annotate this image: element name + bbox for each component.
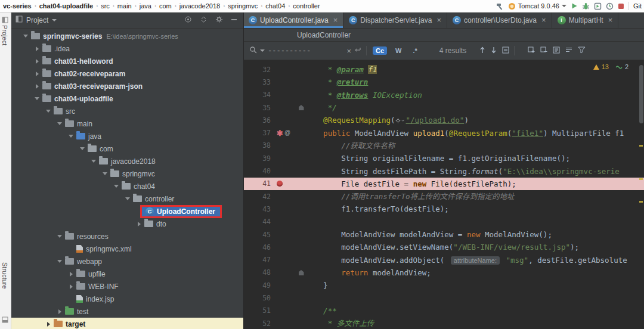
gutter-icon-area[interactable]: ✱@	[275, 129, 297, 137]
chevron-right-icon[interactable]	[34, 72, 40, 76]
line-number[interactable]: 39	[243, 154, 275, 163]
tree-item[interactable]: upfile	[11, 268, 243, 280]
remove-selection-icon[interactable]	[540, 46, 547, 55]
line-number[interactable]: 32	[243, 66, 275, 74]
line-number[interactable]: 38	[243, 141, 275, 150]
titlebar-breadcrumb[interactable]: javacode2018	[178, 2, 222, 10]
chevron-down-icon[interactable]	[102, 172, 108, 175]
chevron-down-icon[interactable]	[79, 147, 85, 150]
breakpoint-icon[interactable]	[277, 181, 283, 187]
stop-button[interactable]	[618, 3, 624, 10]
line-number[interactable]: 40	[243, 167, 275, 175]
code-line[interactable]: 42 //调用transferTo将上传的文件保存到指定的地址	[243, 190, 644, 203]
stripe-structure-label[interactable]: Structure	[1, 262, 8, 289]
code-line[interactable]: 41 File destFile = new File(destFilePath…	[243, 178, 644, 190]
stripe-project-label[interactable]: Project	[1, 25, 8, 45]
tree-item[interactable]: chat01-helloword	[11, 55, 243, 67]
project-tool-icon[interactable]	[2, 15, 8, 26]
search-history-chevron-icon[interactable]	[260, 49, 265, 52]
select-all-occurrences-icon[interactable]	[502, 46, 509, 55]
tree-item[interactable]: springmvc	[11, 167, 243, 180]
chevron-right-icon[interactable]	[136, 222, 142, 226]
close-tab-icon[interactable]: ×	[333, 16, 338, 24]
chevron-down-icon[interactable]	[57, 260, 63, 263]
titlebar-breadcrumb[interactable]: main	[116, 2, 134, 10]
code-line[interactable]: 48 return modelAndView;	[243, 266, 644, 279]
clear-search-icon[interactable]: ×	[346, 46, 351, 55]
chevron-right-icon[interactable]	[34, 84, 40, 89]
line-number[interactable]: 42	[243, 193, 275, 201]
run-configuration-select[interactable]: Tomcat 9.0.46	[508, 2, 566, 10]
search-toggle-[interactable]: .*	[410, 46, 420, 55]
chevron-down-icon[interactable]	[125, 197, 131, 200]
code-editor[interactable]: 32 * @param f133 * @return34 * @throws I…	[243, 60, 644, 329]
chevron-down-icon[interactable]	[91, 160, 97, 163]
chevron-down-icon[interactable]	[52, 19, 57, 21]
locate-file-icon[interactable]	[184, 15, 192, 25]
annotation-gutter-icon[interactable]: @	[284, 130, 290, 136]
titlebar-breadcrumb[interactable]: controller	[291, 2, 321, 10]
debug-button[interactable]	[582, 2, 590, 10]
code-line[interactable]: 33 * @return	[243, 76, 644, 88]
editor-tab[interactable]: CUploadController.java×	[243, 12, 343, 28]
tree-item[interactable]: springmvc-series E:\idea\springmvc-serie…	[11, 30, 243, 42]
titlebar-breadcrumb[interactable]: com	[157, 2, 174, 10]
code-line[interactable]: 45 ModelAndView modelAndView = new Model…	[243, 228, 644, 241]
profiler-button[interactable]	[606, 2, 614, 10]
chevron-right-icon[interactable]	[34, 59, 40, 64]
open-in-find-window-icon[interactable]	[565, 46, 572, 55]
search-toggle-w[interactable]: W	[392, 46, 404, 55]
line-number[interactable]: 50	[243, 294, 275, 302]
code-line[interactable]: 43 f1.transferTo(destFile);	[243, 203, 644, 215]
code-line[interactable]: 51 /**	[243, 305, 644, 317]
search-input[interactable]: ----------	[268, 46, 343, 55]
close-tab-icon[interactable]: ×	[608, 16, 613, 24]
titlebar-breadcrumb[interactable]: chat04-uploadfile	[38, 2, 95, 10]
titlebar-breadcrumb[interactable]: src	[99, 2, 112, 10]
code-line[interactable]: 35 */	[243, 101, 644, 114]
inspections-widget[interactable]: 13 2	[593, 63, 628, 70]
code-line[interactable]: 49 }	[243, 279, 644, 291]
editor-tab[interactable]: Ccontroller\UserDto.java×	[447, 12, 552, 28]
search-toggle-cc[interactable]: Cc	[373, 46, 387, 55]
warning-stripe-mark[interactable]	[639, 201, 643, 203]
tree-item[interactable]: com	[11, 142, 243, 155]
tree-item[interactable]: springmvc.xml	[11, 243, 243, 255]
line-number[interactable]: 41	[243, 179, 275, 188]
tree-item[interactable]: controller	[11, 193, 243, 205]
chevron-down-icon[interactable]	[34, 97, 40, 100]
code-line[interactable]: 47 modelAndView.addObject( attributeName…	[243, 253, 644, 266]
git-menu[interactable]: Git	[633, 2, 643, 10]
tree-item[interactable]: main	[11, 117, 243, 130]
run-button[interactable]	[571, 2, 578, 10]
fold-marker-icon[interactable]	[299, 105, 304, 110]
chevron-right-icon[interactable]	[68, 272, 74, 277]
titlebar-breadcrumb[interactable]: chat04	[264, 2, 287, 10]
line-number[interactable]: 52	[243, 319, 275, 328]
line-number[interactable]: 48	[243, 268, 275, 277]
line-number[interactable]: 35	[243, 104, 275, 112]
tree-item[interactable]: src	[11, 105, 243, 117]
titlebar-breadcrumb[interactable]: springmvc	[226, 2, 259, 10]
code-line[interactable]: 46 modelAndView.setViewName("/WEB-INF/vi…	[243, 241, 644, 253]
line-number[interactable]: 36	[243, 116, 275, 125]
project-panel-title[interactable]: Project	[26, 16, 48, 24]
chevron-down-icon[interactable]	[57, 122, 63, 125]
line-number[interactable]: 44	[243, 218, 275, 226]
pin-results-icon[interactable]	[553, 46, 560, 55]
line-number[interactable]: 51	[243, 306, 275, 315]
tree-item[interactable]: resources	[11, 230, 243, 243]
line-number[interactable]: 49	[243, 281, 275, 290]
chevron-right-icon[interactable]	[34, 46, 40, 51]
tree-item[interactable]: WEB-INF	[11, 280, 243, 293]
tree-item[interactable]: test	[11, 305, 243, 318]
code-line[interactable]: 34 * @throws IOException	[243, 89, 644, 101]
chevron-down-icon[interactable]	[23, 35, 29, 38]
warning-stripe-mark[interactable]	[639, 145, 643, 147]
titlebar-breadcrumb[interactable]: vc-series	[1, 2, 33, 10]
tree-item[interactable]: target	[11, 318, 243, 329]
settings-gear-icon[interactable]	[215, 15, 223, 25]
search-field[interactable]: ---------- ×	[249, 46, 361, 55]
tree-item[interactable]: chat04	[11, 180, 243, 193]
gutter-icon-area[interactable]	[275, 181, 297, 187]
